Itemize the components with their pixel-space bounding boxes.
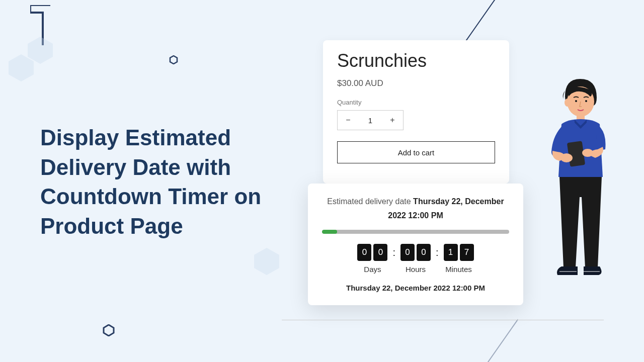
countdown-days: 0 0 Days xyxy=(357,244,387,274)
progress-bar xyxy=(322,230,509,234)
svg-marker-3 xyxy=(28,37,53,64)
quantity-value: 1 xyxy=(359,116,382,125)
minutes-label: Minutes xyxy=(445,265,472,274)
digit: 7 xyxy=(460,244,474,261)
digit: 0 xyxy=(400,244,415,261)
product-title: Scrunchies xyxy=(337,50,495,71)
svg-point-7 xyxy=(575,100,577,102)
quantity-label: Quantity xyxy=(337,99,495,106)
hexagon-icon xyxy=(169,55,178,64)
hexagon-icon xyxy=(25,35,55,65)
estimated-delivery-text: Estimated delivery date Thursday 22, Dec… xyxy=(322,195,509,223)
delivery-date-footer: Thursday 22, December 2022 12:00 PM xyxy=(322,284,509,292)
days-label: Days xyxy=(364,265,381,274)
digit: 0 xyxy=(357,244,371,261)
digit: 0 xyxy=(417,244,431,261)
qty-decrease-button[interactable]: − xyxy=(338,111,359,130)
svg-marker-1 xyxy=(104,325,114,336)
svg-point-6 xyxy=(565,99,571,107)
product-price: $30.00 AUD xyxy=(337,78,495,88)
qty-increase-button[interactable]: + xyxy=(382,111,403,130)
add-to-cart-button[interactable]: Add to cart xyxy=(337,141,495,163)
countdown-timer: 0 0 Days : 0 0 Hours : 1 7 Minutes xyxy=(322,244,509,274)
countdown-minutes: 1 7 Minutes xyxy=(444,244,474,274)
page-headline: Display Estimated Delivery Date with Cou… xyxy=(40,123,292,241)
progress-fill xyxy=(322,230,337,234)
hexagon-icon xyxy=(252,246,282,277)
diagonal-line xyxy=(477,319,518,362)
hours-label: Hours xyxy=(406,265,426,274)
svg-marker-0 xyxy=(170,56,177,64)
est-prefix: Estimated delivery date xyxy=(327,197,413,206)
baseline-divider xyxy=(282,320,604,320)
countdown-hours: 0 0 Hours xyxy=(400,244,431,274)
svg-point-11 xyxy=(560,153,573,162)
quantity-stepper[interactable]: − 1 + xyxy=(337,110,404,130)
person-illustration xyxy=(537,76,618,288)
svg-point-12 xyxy=(582,149,593,157)
product-card: Scrunchies $30.00 AUD Quantity − 1 + Add… xyxy=(323,40,509,184)
hexagon-icon xyxy=(103,324,115,336)
svg-marker-4 xyxy=(254,248,279,275)
delivery-countdown-card: Estimated delivery date Thursday 22, Dec… xyxy=(308,184,523,305)
separator: : xyxy=(436,244,439,261)
digit: 0 xyxy=(373,244,387,261)
svg-point-8 xyxy=(585,100,587,102)
separator: : xyxy=(392,244,395,261)
digit: 1 xyxy=(444,244,458,261)
